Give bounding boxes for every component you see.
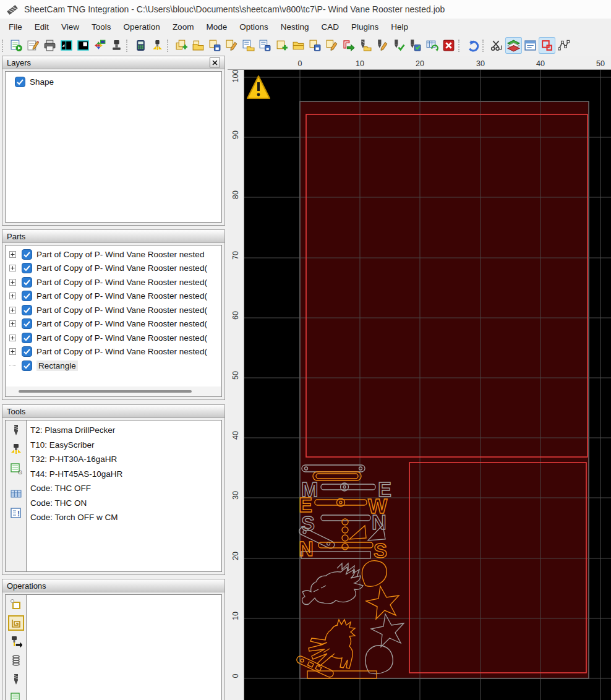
- menu-zoom[interactable]: Zoom: [166, 20, 200, 34]
- tool-item[interactable]: T44: P-HT45AS-10gaHR: [30, 467, 221, 482]
- drawing-canvas[interactable]: M E S N: [244, 70, 611, 700]
- tools-panel-header[interactable]: Tools: [2, 405, 224, 418]
- drill-tool-button[interactable]: [9, 424, 23, 437]
- expand-plus-icon[interactable]: [9, 292, 16, 299]
- menu-help[interactable]: Help: [385, 20, 414, 34]
- part-new-button[interactable]: [173, 37, 190, 54]
- output-window-button[interactable]: [522, 37, 539, 54]
- part-tree-row[interactable]: Part of Copy of P- Wind Vane Rooster nes…: [6, 247, 221, 262]
- tool-notes-button[interactable]: !: [9, 506, 23, 520]
- menu-file[interactable]: File: [2, 20, 28, 34]
- menu-view[interactable]: View: [55, 20, 85, 34]
- tool-item[interactable]: Code: Torch OFF w CM: [30, 510, 221, 525]
- gcode-op-button[interactable]: G: [9, 692, 23, 700]
- part-tree-row[interactable]: Part of Copy of P- Wind Vane Rooster nes…: [6, 331, 221, 345]
- layers-close-button[interactable]: [210, 58, 220, 67]
- show-layers-button[interactable]: [505, 37, 522, 54]
- drill-op-button[interactable]: [9, 673, 23, 686]
- part-tree-row[interactable]: Part of Copy of P- Wind Vane Rooster nes…: [6, 317, 221, 331]
- toolbar-grip[interactable]: [482, 40, 486, 52]
- parts-open-all-button[interactable]: [240, 37, 257, 54]
- layers-panel-header[interactable]: Layers: [2, 56, 224, 69]
- checkbox-checked-icon[interactable]: [22, 361, 32, 371]
- parts-save-all-button[interactable]: [257, 37, 273, 54]
- job-options-button[interactable]: [25, 37, 41, 54]
- operations-panel-header[interactable]: Operations: [2, 579, 224, 592]
- expand-plus-icon[interactable]: [9, 279, 16, 286]
- toolbar-grip[interactable]: [126, 40, 130, 52]
- parts-panel-header[interactable]: Parts: [2, 230, 224, 243]
- cut-gcode-button[interactable]: [489, 37, 505, 54]
- part-save-2-button[interactable]: [307, 37, 323, 54]
- part-import-button[interactable]: [340, 37, 357, 54]
- part-open-2-button[interactable]: [290, 37, 307, 54]
- checkbox-checked-icon[interactable]: [22, 277, 32, 288]
- menu-options[interactable]: Options: [233, 20, 275, 34]
- tool-save-button[interactable]: [407, 37, 424, 54]
- show-path-nodes-button[interactable]: [555, 37, 572, 54]
- tool-item[interactable]: T32: P-HT30A-16gaHR: [30, 452, 221, 467]
- undo-button[interactable]: [464, 37, 481, 54]
- new-job-button[interactable]: [8, 37, 25, 54]
- toolbar-grip[interactable]: [458, 40, 462, 52]
- toolbar-grip[interactable]: [167, 40, 171, 52]
- menu-operation[interactable]: Operation: [118, 20, 166, 34]
- part-edit-button[interactable]: [223, 37, 240, 54]
- part-open-button[interactable]: [190, 37, 207, 54]
- part-add-button[interactable]: [273, 37, 290, 54]
- parts-hscrollbar[interactable]: [6, 386, 221, 396]
- delete-button[interactable]: [440, 37, 457, 54]
- part-tree-row[interactable]: Part of Copy of P- Wind Vane Rooster nes…: [6, 345, 221, 359]
- run-post-button[interactable]: [108, 37, 125, 54]
- checkbox-checked-icon[interactable]: [15, 77, 25, 87]
- table-refresh-button[interactable]: [424, 37, 440, 54]
- simulate-torch-button[interactable]: [149, 37, 166, 54]
- plasma-tool-button[interactable]: [9, 443, 23, 456]
- checkbox-checked-icon[interactable]: [22, 346, 32, 357]
- part-save-button[interactable]: [207, 37, 223, 54]
- part-tree-row[interactable]: Part of Copy of P- Wind Vane Rooster nes…: [6, 262, 221, 276]
- checkbox-checked-icon[interactable]: [22, 291, 32, 301]
- tool-edit-button[interactable]: [374, 37, 390, 54]
- tool-item[interactable]: T2: Plasma DrillPecker: [30, 423, 221, 438]
- expand-plus-icon[interactable]: [9, 265, 16, 271]
- expand-plus-icon[interactable]: [9, 307, 16, 314]
- tool-apply-button[interactable]: [390, 37, 407, 54]
- expand-plus-icon[interactable]: [9, 251, 16, 258]
- part-tree-row[interactable]: Part of Copy of P- Wind Vane Rooster nes…: [6, 275, 221, 289]
- part-tree-row[interactable]: Part of Copy of P- Wind Vane Rooster nes…: [6, 303, 221, 317]
- checkbox-checked-icon[interactable]: [22, 333, 32, 343]
- menu-edit[interactable]: Edit: [28, 20, 55, 34]
- peck-op-button[interactable]: [9, 654, 23, 668]
- tools-open-button[interactable]: [357, 37, 374, 54]
- part-edit-2-button[interactable]: [323, 37, 340, 54]
- tool-item[interactable]: Code: THC OFF: [30, 481, 221, 496]
- layer-row-shape[interactable]: Shape: [9, 74, 221, 89]
- parts-hscroll-thumb[interactable]: [19, 390, 192, 393]
- expand-plus-icon[interactable]: [9, 320, 16, 327]
- calculator-button[interactable]: [132, 37, 149, 54]
- expand-plus-icon[interactable]: [9, 348, 16, 355]
- menu-mode[interactable]: Mode: [200, 20, 233, 34]
- nest-parts-button[interactable]: [92, 37, 108, 54]
- pocket-op-button[interactable]: [9, 617, 23, 630]
- menu-tools[interactable]: Tools: [85, 20, 118, 34]
- view-split-button[interactable]: [58, 37, 75, 54]
- expand-plus-icon[interactable]: [9, 335, 16, 341]
- checkbox-checked-icon[interactable]: [22, 263, 32, 273]
- part-tree-row-rectangle[interactable]: Rectangle: [6, 359, 221, 373]
- view-part-button[interactable]: [75, 37, 92, 54]
- print-button[interactable]: [41, 37, 58, 54]
- toolbar-grip[interactable]: [2, 40, 6, 52]
- menu-nesting[interactable]: Nesting: [275, 20, 315, 34]
- menu-cad[interactable]: CAD: [315, 20, 345, 34]
- menu-plugins[interactable]: Plugins: [345, 20, 385, 34]
- gcode-tool-button[interactable]: G: [9, 462, 23, 476]
- outside-offset-op-button[interactable]: [9, 598, 23, 611]
- checkbox-checked-icon[interactable]: [22, 305, 32, 315]
- checkbox-checked-icon[interactable]: [22, 318, 32, 329]
- tool-item[interactable]: Code: THC ON: [30, 496, 221, 511]
- tool-table-button[interactable]: [9, 487, 23, 501]
- show-contours-button[interactable]: [539, 37, 555, 54]
- cut-op-button[interactable]: [9, 635, 23, 648]
